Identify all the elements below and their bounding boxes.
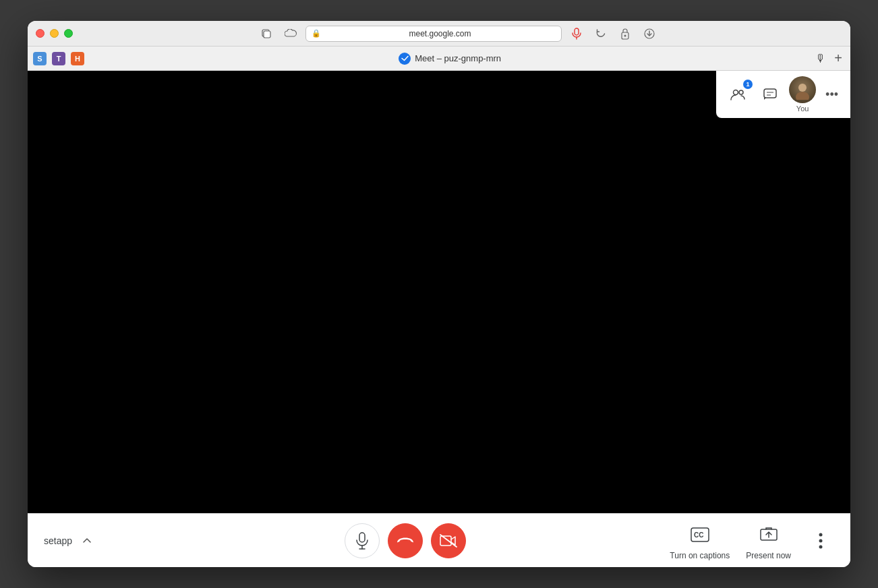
fullscreen-button[interactable] — [64, 29, 73, 38]
title-bar-center: 🔒 meet.google.com — [73, 24, 842, 43]
download-icon[interactable] — [640, 24, 659, 43]
present-button[interactable]: Present now — [746, 521, 791, 560]
participants-badge: 1 — [743, 80, 753, 89]
mac-window: 🔒 meet.google.com — [28, 21, 850, 567]
tab-title-text: Meet – puz-gnmp-mrn — [415, 53, 501, 63]
svg-rect-15 — [359, 533, 365, 542]
extension-h[interactable]: H — [71, 52, 84, 65]
svg-rect-10 — [764, 89, 776, 98]
cloud-icon[interactable] — [281, 24, 300, 43]
svg-point-5 — [624, 34, 626, 36]
meet-toolbar: setapp — [28, 513, 850, 567]
password-icon[interactable] — [616, 24, 635, 43]
meeting-code: setapp — [44, 535, 72, 546]
close-button[interactable] — [36, 29, 45, 38]
meet-favicon — [399, 53, 411, 65]
svg-rect-1 — [264, 31, 270, 38]
captions-icon: CC — [686, 521, 713, 548]
title-bar: 🔒 meet.google.com — [28, 21, 850, 47]
you-avatar-container: You — [789, 76, 816, 113]
toolbar-center — [179, 523, 632, 558]
you-label: You — [796, 105, 809, 113]
present-icon — [755, 521, 782, 548]
svg-point-9 — [739, 90, 743, 94]
toolbar-right: CC Turn on captions Present now — [632, 521, 834, 560]
lock-icon: 🔒 — [312, 29, 321, 38]
new-tab-icon[interactable] — [257, 24, 276, 43]
svg-point-14 — [796, 92, 809, 100]
expand-info-button[interactable] — [78, 531, 96, 550]
chat-button[interactable] — [757, 81, 784, 108]
end-call-button[interactable] — [388, 523, 423, 558]
participants-button[interactable]: 1 — [724, 81, 751, 108]
svg-text:CC: CC — [694, 531, 703, 539]
reload-icon[interactable] — [591, 24, 610, 43]
meet-video-area: 1 — [28, 71, 850, 513]
tab-title: Meet – puz-gnmp-mrn — [90, 53, 810, 65]
traffic-lights — [36, 29, 73, 38]
tab-bar: S T H Meet – puz-gnmp-mrn 🎙 + — [28, 47, 850, 71]
svg-rect-18 — [440, 536, 451, 546]
meet-top-panel: 1 — [716, 71, 850, 118]
avatar[interactable] — [789, 76, 816, 103]
avatar-face — [789, 76, 816, 103]
svg-point-13 — [798, 84, 807, 92]
url-text: meet.google.com — [325, 29, 556, 38]
svg-point-24 — [819, 539, 823, 542]
captions-label: Turn on captions — [670, 551, 730, 560]
mic-permission-icon[interactable] — [567, 24, 586, 43]
panel-more-button[interactable]: ••• — [821, 85, 842, 105]
extension-t[interactable]: T — [52, 52, 65, 65]
url-bar[interactable]: 🔒 meet.google.com — [305, 26, 562, 42]
minimize-button[interactable] — [50, 29, 59, 38]
tab-bar-right: 🎙 + — [815, 51, 845, 66]
svg-point-23 — [819, 533, 823, 536]
captions-button[interactable]: CC Turn on captions — [670, 521, 730, 560]
svg-point-8 — [734, 90, 738, 95]
more-options-button[interactable] — [807, 527, 834, 554]
svg-rect-2 — [575, 28, 579, 35]
extension-s[interactable]: S — [33, 52, 47, 65]
svg-point-25 — [819, 545, 823, 548]
tab-mic-icon[interactable]: 🎙 — [815, 53, 826, 65]
toolbar-left: setapp — [44, 531, 179, 550]
add-tab-button[interactable]: + — [831, 51, 845, 66]
browser-body: 1 — [28, 71, 850, 567]
mic-button[interactable] — [345, 523, 380, 558]
present-label: Present now — [746, 551, 791, 560]
camera-button[interactable] — [431, 523, 466, 558]
